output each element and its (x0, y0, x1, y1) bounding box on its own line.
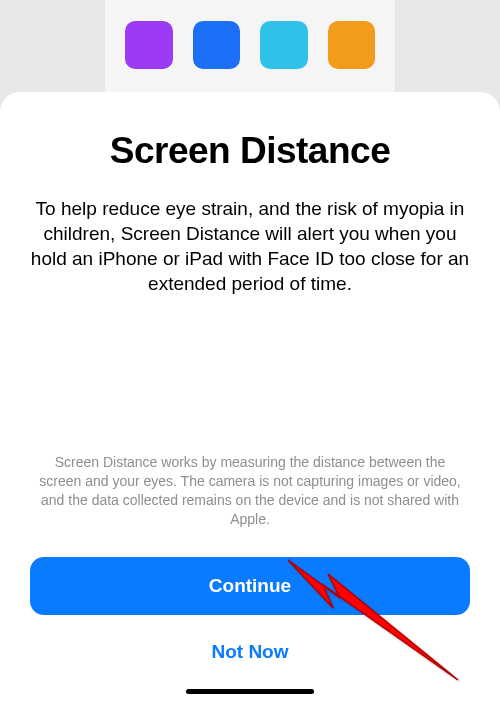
modal-sheet: Screen Distance To help reduce eye strai… (0, 92, 500, 714)
sheet-fine-print: Screen Distance works by measuring the d… (30, 453, 470, 529)
app-icon-orange (328, 21, 376, 69)
app-icon-cyan (260, 21, 308, 69)
not-now-button[interactable]: Not Now (30, 633, 470, 671)
background-home-screen (105, 0, 395, 100)
home-indicator[interactable] (186, 689, 314, 694)
spacer (30, 316, 470, 453)
sheet-description: To help reduce eye strain, and the risk … (30, 196, 470, 296)
sheet-title: Screen Distance (30, 130, 470, 172)
app-icon-purple (125, 21, 173, 69)
app-icon-blue (193, 21, 241, 69)
continue-button[interactable]: Continue (30, 557, 470, 615)
